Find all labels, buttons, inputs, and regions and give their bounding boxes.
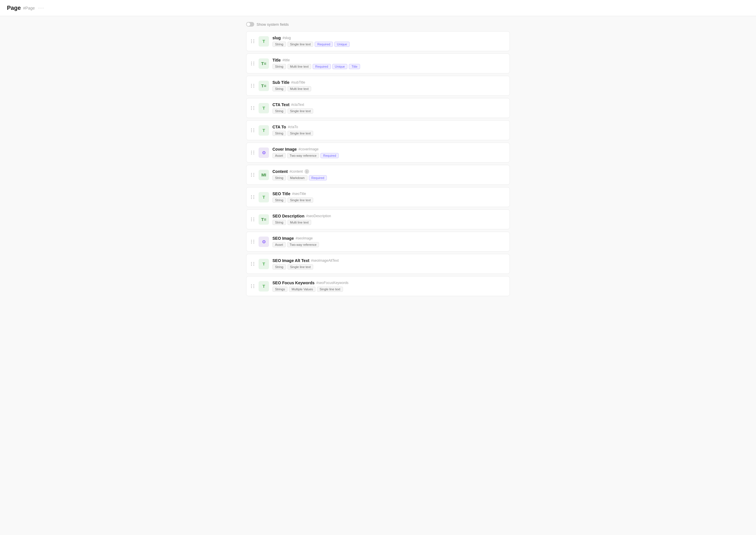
field-display-name: SEO Image: [272, 236, 294, 240]
field-badge: Unique: [332, 64, 348, 69]
field-badge: String: [272, 42, 286, 47]
field-badges: AssetTwo-way referenceRequired: [272, 153, 505, 158]
field-info: Cover Image#coverImageAssetTwo-way refer…: [272, 147, 505, 158]
field-card[interactable]: MIContent#contentiStringMarkdownRequired: [246, 165, 510, 185]
field-badge: Unique: [334, 42, 350, 47]
field-api-name: #seoImage: [295, 236, 313, 240]
field-type-icon: T≡: [259, 81, 269, 91]
field-badge: Required: [321, 153, 339, 158]
field-badge: Single line text: [288, 264, 314, 269]
show-system-fields-row: Show system fields: [246, 22, 510, 27]
field-api-name: #subTitle: [291, 80, 305, 84]
field-badges: StringsMultiple ValuesSingle line text: [272, 287, 505, 292]
field-badge: Multi line text: [288, 64, 311, 69]
field-badge: String: [272, 264, 286, 269]
fields-list: Tslug#slugStringSingle line textRequired…: [246, 31, 510, 296]
field-info: SEO Title#seoTitleStringSingle line text: [272, 191, 505, 203]
field-card[interactable]: TCTA To#ctaToStringSingle line text: [246, 120, 510, 140]
field-badges: StringSingle line text: [272, 131, 505, 136]
field-badge: Single line text: [288, 198, 314, 203]
drag-handle[interactable]: [251, 195, 255, 199]
page-more-options[interactable]: ···: [38, 5, 44, 11]
field-type-icon: T: [259, 259, 269, 269]
field-display-name: CTA Text: [272, 102, 290, 107]
field-badge: Single line text: [317, 287, 343, 292]
field-name-row: Sub Title#subTitle: [272, 80, 505, 85]
field-badge: Asset: [272, 242, 286, 247]
drag-handle[interactable]: [251, 217, 255, 221]
field-name-row: Title#title: [272, 58, 505, 63]
field-badge: Multi line text: [288, 86, 311, 91]
field-badge: Single line text: [288, 131, 314, 136]
field-name-row: Cover Image#coverImage: [272, 147, 505, 152]
field-display-name: SEO Title: [272, 191, 290, 196]
system-fields-label: Show system fields: [257, 22, 289, 27]
field-badges: StringSingle line text: [272, 264, 505, 269]
field-info-icon[interactable]: i: [304, 169, 309, 174]
field-badge: String: [272, 198, 286, 203]
field-name-row: slug#slug: [272, 36, 505, 40]
field-card[interactable]: TSEO Title#seoTitleStringSingle line tex…: [246, 187, 510, 207]
field-type-icon: ⊙: [259, 148, 269, 158]
field-info: slug#slugStringSingle line textRequiredU…: [272, 36, 505, 47]
drag-handle[interactable]: [251, 39, 255, 43]
field-info: CTA To#ctaToStringSingle line text: [272, 125, 505, 136]
drag-handle[interactable]: [251, 128, 255, 132]
field-badges: AssetTwo-way reference: [272, 242, 505, 247]
drag-handle[interactable]: [251, 106, 255, 110]
system-fields-toggle[interactable]: [246, 22, 254, 27]
field-badge: Required: [309, 175, 327, 181]
field-name-row: Content#contenti: [272, 169, 505, 174]
field-info: Sub Title#subTitleStringMulti line text: [272, 80, 505, 91]
field-name-row: SEO Image#seoImage: [272, 236, 505, 240]
field-info: SEO Image#seoImageAssetTwo-way reference: [272, 236, 505, 247]
field-type-icon: T: [259, 192, 269, 202]
field-display-name: CTA To: [272, 125, 286, 129]
field-badge: Required: [315, 42, 333, 47]
drag-handle[interactable]: [251, 173, 255, 177]
field-card[interactable]: T≡Title#titleStringMulti line textRequir…: [246, 53, 510, 73]
field-type-icon: T: [259, 103, 269, 113]
field-name-row: SEO Focus Keywords#seoFocusKeywords: [272, 281, 505, 285]
field-badges: StringMulti line textRequiredUniqueTitle: [272, 64, 505, 69]
field-badges: StringSingle line textRequiredUnique: [272, 42, 505, 47]
field-card[interactable]: T≡Sub Title#subTitleStringMulti line tex…: [246, 76, 510, 96]
field-card[interactable]: TCTA Text#ctaTextStringSingle line text: [246, 98, 510, 118]
field-badges: StringSingle line text: [272, 108, 505, 114]
field-type-icon: T≡: [259, 58, 269, 69]
field-display-name: SEO Description: [272, 214, 304, 218]
drag-handle[interactable]: [251, 240, 255, 243]
drag-handle[interactable]: [251, 151, 255, 155]
field-badge: Markdown: [288, 175, 307, 181]
field-card[interactable]: ⊙Cover Image#coverImageAssetTwo-way refe…: [246, 143, 510, 162]
field-display-name: Title: [272, 58, 281, 63]
drag-handle[interactable]: [251, 262, 255, 266]
drag-handle[interactable]: [251, 62, 255, 65]
field-info: Content#contentiStringMarkdownRequired: [272, 169, 505, 181]
field-badge: Two-way reference: [287, 242, 319, 247]
field-card[interactable]: ⊙SEO Image#seoImageAssetTwo-way referenc…: [246, 232, 510, 252]
field-info: Title#titleStringMulti line textRequired…: [272, 58, 505, 69]
content-area: Show system fields Tslug#slugStringSingl…: [239, 16, 517, 304]
field-api-name: #slug: [283, 36, 291, 40]
field-badges: StringMarkdownRequired: [272, 175, 505, 181]
field-api-name: #title: [283, 58, 290, 62]
field-badge: Multi line text: [288, 220, 311, 225]
field-badges: StringMulti line text: [272, 220, 505, 225]
drag-handle[interactable]: [251, 84, 255, 88]
field-card[interactable]: TSEO Focus Keywords#seoFocusKeywordsStri…: [246, 276, 510, 296]
field-card[interactable]: Tslug#slugStringSingle line textRequired…: [246, 31, 510, 51]
field-card[interactable]: TSEO Image Alt Text#seoImageAltTextStrin…: [246, 254, 510, 274]
field-display-name: Content: [272, 169, 288, 174]
field-name-row: CTA To#ctaTo: [272, 125, 505, 129]
field-name-row: CTA Text#ctaText: [272, 102, 505, 107]
field-api-name: #coverImage: [298, 147, 319, 151]
field-card[interactable]: T≡SEO Description#seoDescriptionStringMu…: [246, 210, 510, 229]
field-name-row: SEO Title#seoTitle: [272, 191, 505, 196]
drag-handle[interactable]: [251, 284, 255, 288]
field-api-name: #seoFocusKeywords: [316, 281, 348, 285]
field-badge: Single line text: [288, 42, 314, 47]
field-display-name: SEO Focus Keywords: [272, 281, 314, 285]
field-badges: StringMulti line text: [272, 86, 505, 91]
page-hash: #Page: [23, 6, 35, 11]
